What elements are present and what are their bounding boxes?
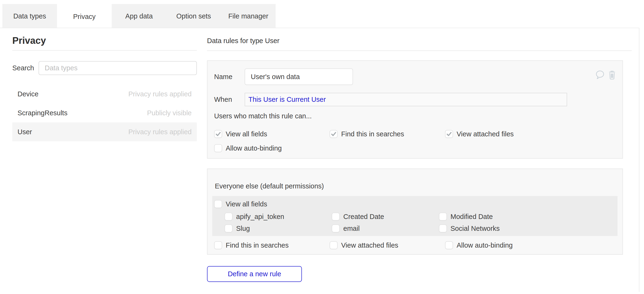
rule-name-input[interactable] bbox=[245, 68, 353, 85]
search-row: Search bbox=[12, 61, 197, 75]
rule-name-row: Name bbox=[214, 68, 616, 85]
field-item: Modified Date bbox=[439, 211, 546, 222]
tab[interactable]: File manager bbox=[221, 4, 276, 28]
when-condition-text: This User is Current User bbox=[248, 96, 326, 103]
field-label: email bbox=[343, 225, 360, 232]
tab-label: Option sets bbox=[176, 12, 211, 20]
permission-label: Find this in searches bbox=[341, 130, 404, 138]
search-label: Search bbox=[12, 64, 32, 72]
field-checkbox[interactable] bbox=[439, 213, 447, 221]
privacy-sidebar: Privacy Search Device Privacy rules appl… bbox=[12, 35, 197, 141]
trash-icon[interactable] bbox=[609, 70, 615, 81]
view-all-fields-label: View all fields bbox=[226, 200, 267, 208]
data-type-name: Device bbox=[18, 90, 38, 98]
field-item: Social Networks bbox=[439, 223, 546, 234]
permission-checkbox[interactable] bbox=[330, 130, 338, 138]
comment-icon[interactable] bbox=[595, 70, 605, 81]
field-checkbox[interactable] bbox=[332, 213, 340, 221]
data-type-status: Privacy rules applied bbox=[128, 128, 192, 136]
tab-bar: Data types Privacy App data Option sets … bbox=[2, 4, 276, 29]
field-label: apify_api_token bbox=[236, 213, 284, 221]
page-title: Privacy bbox=[12, 35, 197, 46]
permission-checkbox[interactable] bbox=[445, 130, 453, 138]
field-checkbox[interactable] bbox=[439, 224, 447, 232]
permission-item: View attached files bbox=[330, 241, 445, 250]
field-item: Created Date bbox=[332, 211, 439, 222]
permission-item: View attached files bbox=[445, 129, 560, 138]
data-type-status: Publicly visible bbox=[147, 109, 192, 117]
view-all-fields-checkbox[interactable] bbox=[214, 200, 222, 208]
tab-label: Data types bbox=[13, 12, 46, 20]
tab-label: App data bbox=[125, 12, 152, 20]
field-checkbox[interactable] bbox=[224, 224, 232, 232]
permission-label: View attached files bbox=[341, 241, 398, 249]
field-item: email bbox=[332, 223, 439, 234]
privacy-rule-card: Name When This User is Current User User… bbox=[207, 60, 623, 159]
data-type-row[interactable]: ScrapingResults Publicly visible bbox=[12, 103, 197, 122]
default-permissions-card: Everyone else (default permissions) View… bbox=[207, 169, 623, 255]
when-label: When bbox=[214, 96, 245, 103]
permission-item: Allow auto-binding bbox=[214, 144, 330, 153]
fields-section: View all fields apify_api_token bbox=[212, 196, 618, 236]
field-checkbox[interactable] bbox=[332, 224, 340, 232]
tab-label: Privacy bbox=[73, 13, 96, 21]
permission-item: Find this in searches bbox=[214, 241, 330, 250]
field-label: Created Date bbox=[343, 213, 384, 221]
field-checkbox[interactable] bbox=[224, 213, 232, 221]
tab[interactable]: App data bbox=[112, 4, 166, 28]
tab[interactable]: Data types bbox=[2, 4, 57, 28]
data-type-list: Device Privacy rules applied ScrapingRes… bbox=[12, 85, 197, 141]
default-permissions-title: Everyone else (default permissions) bbox=[208, 169, 622, 190]
rule-when-row: When This User is Current User bbox=[214, 93, 616, 106]
rules-heading-divider bbox=[207, 51, 632, 51]
permissions-intro: Users who match this rule can... bbox=[214, 112, 616, 120]
permission-checkbox[interactable] bbox=[330, 241, 338, 249]
permission-label: View attached files bbox=[456, 130, 514, 138]
permission-checkbox[interactable] bbox=[445, 241, 453, 249]
permission-checkbox[interactable] bbox=[214, 144, 222, 152]
permission-item: View all fields bbox=[214, 129, 330, 138]
privacy-main-panel: Data rules for type User bbox=[207, 37, 632, 282]
permission-checkbox[interactable] bbox=[214, 241, 222, 249]
permission-checkbox[interactable] bbox=[214, 130, 222, 138]
permission-item: Find this in searches bbox=[330, 129, 445, 138]
when-condition-field[interactable]: This User is Current User bbox=[245, 93, 567, 106]
right-scroll-track[interactable] bbox=[639, 28, 640, 292]
data-type-name: ScrapingResults bbox=[18, 109, 68, 117]
rules-heading: Data rules for type User bbox=[207, 37, 632, 45]
rule-permission-list: View all fields Find this in searches bbox=[214, 129, 574, 153]
data-type-status: Privacy rules applied bbox=[128, 90, 192, 98]
tab-bar-divider bbox=[0, 28, 639, 28]
data-type-name: User bbox=[18, 128, 32, 136]
name-label: Name bbox=[214, 73, 245, 81]
sidebar-divider bbox=[12, 50, 197, 51]
field-list: apify_api_token Created Date bbox=[214, 211, 574, 234]
field-label: Modified Date bbox=[450, 213, 493, 221]
permission-item: Allow auto-binding bbox=[445, 241, 560, 250]
field-label: Social Networks bbox=[450, 225, 500, 232]
data-type-row[interactable]: Device Privacy rules applied bbox=[12, 85, 197, 103]
permission-label: View all fields bbox=[226, 130, 267, 138]
rule-actions bbox=[595, 70, 615, 81]
tab[interactable]: Option sets bbox=[166, 4, 221, 28]
data-type-row[interactable]: User Privacy rules applied bbox=[12, 122, 197, 141]
tab-label: File manager bbox=[228, 12, 268, 20]
field-item: Slug bbox=[224, 223, 332, 234]
permission-label: Allow auto-binding bbox=[456, 241, 513, 249]
search-input[interactable] bbox=[38, 61, 197, 75]
field-item: apify_api_token bbox=[224, 211, 332, 222]
tab[interactable]: Privacy bbox=[57, 4, 112, 29]
field-label: Slug bbox=[236, 225, 250, 232]
permission-label: Allow auto-binding bbox=[226, 144, 282, 152]
permission-label: Find this in searches bbox=[226, 241, 289, 249]
view-all-fields-item: View all fields bbox=[214, 200, 330, 208]
define-new-rule-button[interactable]: Define a new rule bbox=[207, 266, 302, 282]
default-permission-list: Find this in searches View attached file… bbox=[208, 241, 622, 250]
